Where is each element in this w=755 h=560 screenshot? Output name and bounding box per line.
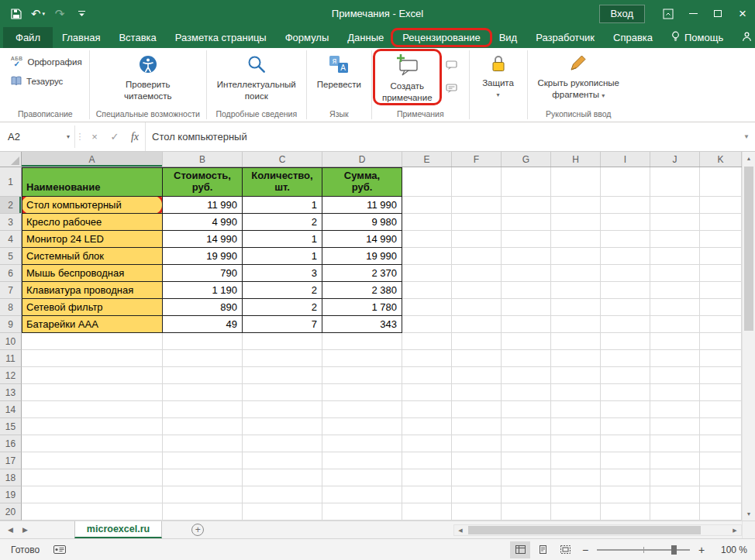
cell-J9[interactable] [650, 316, 700, 333]
zoom-slider-thumb[interactable] [671, 545, 677, 555]
cell-D8[interactable]: 1 780 [322, 299, 402, 316]
cell-K12[interactable] [700, 367, 742, 384]
vertical-scrollbar-thumb[interactable] [744, 167, 753, 331]
tab-formulas[interactable]: Формулы [276, 27, 339, 48]
normal-view-button[interactable] [510, 541, 530, 558]
cell-J19[interactable] [650, 486, 700, 503]
hide-ink-button[interactable]: Скрыть рукописные фрагменты ▾ [532, 50, 626, 101]
zoom-in-button[interactable]: + [694, 544, 709, 556]
cell-E9[interactable] [402, 316, 452, 333]
cell-K16[interactable] [700, 435, 742, 452]
cell-B2[interactable]: 11 990 [163, 197, 243, 214]
cell-I6[interactable] [601, 265, 650, 282]
cell-B7[interactable]: 1 190 [163, 282, 243, 299]
cell-A18[interactable] [22, 469, 163, 486]
cell-J2[interactable] [650, 197, 700, 214]
cell-C6[interactable]: 3 [243, 265, 322, 282]
cell-D18[interactable] [322, 469, 402, 486]
cell-I17[interactable] [601, 452, 650, 469]
row-header-1[interactable]: 1 [0, 167, 22, 197]
cell-F14[interactable] [452, 401, 502, 418]
cell-G17[interactable] [502, 452, 551, 469]
cell-I4[interactable] [601, 231, 650, 248]
cell-B15[interactable] [163, 418, 243, 435]
cell-J16[interactable] [650, 435, 700, 452]
cell-A8[interactable]: Сетевой фильтр [22, 299, 163, 316]
cell-F7[interactable] [452, 282, 502, 299]
cell-B19[interactable] [163, 486, 243, 503]
cell-A10[interactable] [22, 333, 163, 350]
horizontal-scrollbar-thumb[interactable] [468, 526, 701, 534]
cell-C14[interactable] [243, 401, 322, 418]
cell-J17[interactable] [650, 452, 700, 469]
cell-F10[interactable] [452, 333, 502, 350]
share-button[interactable]: Поделиться [733, 27, 755, 48]
cell-K8[interactable] [700, 299, 742, 316]
cell-H10[interactable] [551, 333, 601, 350]
cell-B4[interactable]: 14 990 [163, 231, 243, 248]
cell-B16[interactable] [163, 435, 243, 452]
cell-B1[interactable]: Стоимость, руб. [163, 167, 243, 197]
cell-G18[interactable] [502, 469, 551, 486]
cell-A13[interactable] [22, 384, 163, 401]
cell-C20[interactable] [243, 503, 322, 520]
horizontal-scrollbar[interactable]: ◀ ▶ [453, 524, 742, 536]
cell-G15[interactable] [502, 418, 551, 435]
cell-I11[interactable] [601, 350, 650, 367]
close-button[interactable]: × [730, 0, 755, 27]
cell-E11[interactable] [402, 350, 452, 367]
row-header-6[interactable]: 6 [0, 265, 22, 282]
cell-I1[interactable] [601, 167, 650, 197]
cell-E2[interactable] [402, 197, 452, 214]
cell-I15[interactable] [601, 418, 650, 435]
cell-C2[interactable]: 1 [243, 197, 322, 214]
macro-record-button[interactable] [50, 545, 69, 554]
cell-G12[interactable] [502, 367, 551, 384]
cell-K4[interactable] [700, 231, 742, 248]
page-break-view-button[interactable] [555, 541, 575, 558]
cell-H1[interactable] [551, 167, 601, 197]
cell-K11[interactable] [700, 350, 742, 367]
cell-E5[interactable] [402, 248, 452, 265]
insert-function-button[interactable]: fx [125, 122, 145, 151]
cell-G9[interactable] [502, 316, 551, 333]
cell-J5[interactable] [650, 248, 700, 265]
protect-button[interactable]: Защита ▾ [474, 50, 523, 98]
cell-F5[interactable] [452, 248, 502, 265]
cell-F17[interactable] [452, 452, 502, 469]
cell-I12[interactable] [601, 367, 650, 384]
cell-E3[interactable] [402, 214, 452, 231]
cell-F20[interactable] [452, 503, 502, 520]
tab-page-layout[interactable]: Разметка страницы [166, 27, 276, 48]
cell-K19[interactable] [700, 486, 742, 503]
tab-developer[interactable]: Разработчик [526, 27, 604, 48]
formula-bar-handle[interactable]: ⋮ [75, 122, 84, 151]
cell-B11[interactable] [163, 350, 243, 367]
cell-C19[interactable] [243, 486, 322, 503]
cell-J6[interactable] [650, 265, 700, 282]
cell-D2[interactable]: 11 990 [322, 197, 402, 214]
cell-E4[interactable] [402, 231, 452, 248]
cell-C1[interactable]: Количество, шт. [243, 167, 322, 197]
cell-C5[interactable]: 1 [243, 248, 322, 265]
row-header-7[interactable]: 7 [0, 282, 22, 299]
cell-G13[interactable] [502, 384, 551, 401]
cell-G7[interactable] [502, 282, 551, 299]
row-header-18[interactable]: 18 [0, 469, 22, 486]
maximize-button[interactable] [705, 0, 730, 27]
cell-A2[interactable]: Стол компьютерный [22, 197, 163, 214]
cell-G10[interactable] [502, 333, 551, 350]
row-header-8[interactable]: 8 [0, 299, 22, 316]
cell-B17[interactable] [163, 452, 243, 469]
cell-J12[interactable] [650, 367, 700, 384]
row-header-2[interactable]: 2 [0, 197, 22, 214]
cancel-button[interactable]: × [84, 122, 105, 151]
cell-A19[interactable] [22, 486, 163, 503]
cell-D5[interactable]: 19 990 [322, 248, 402, 265]
cell-B18[interactable] [163, 469, 243, 486]
row-header-17[interactable]: 17 [0, 452, 22, 469]
row-header-15[interactable]: 15 [0, 418, 22, 435]
column-header-J[interactable]: J [650, 152, 700, 167]
cell-K13[interactable] [700, 384, 742, 401]
cell-A3[interactable]: Кресло рабочее [22, 214, 163, 231]
